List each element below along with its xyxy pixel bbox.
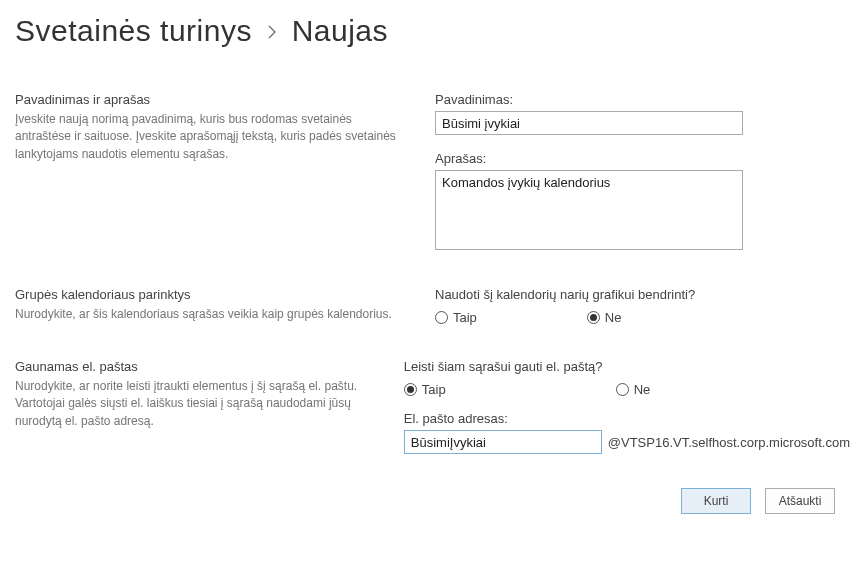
section-group-calendar: Grupės kalendoriaus parinktys Nurodykite…	[15, 287, 850, 325]
group-cal-yes-radio[interactable]	[435, 311, 448, 324]
group-cal-no-radio[interactable]	[587, 311, 600, 324]
section-description: Įveskite naują norimą pavadinimą, kuris …	[15, 111, 405, 163]
page-title: Svetainės turinys Naujas	[15, 14, 850, 48]
group-calendar-question: Naudoti šį kalendorių narių grafikui ben…	[435, 287, 850, 302]
email-address-input[interactable]	[404, 430, 602, 454]
group-cal-yes-option[interactable]: Taip	[435, 310, 477, 325]
section-heading: Gaunamas el. paštas	[15, 359, 374, 374]
email-question: Leisti šiam sąrašui gauti el. paštą?	[404, 359, 850, 374]
email-no-option[interactable]: Ne	[616, 382, 651, 397]
radio-label: Taip	[422, 382, 446, 397]
group-cal-no-option[interactable]: Ne	[587, 310, 622, 325]
section-description: Nurodykite, ar šis kalendoriaus sąrašas …	[15, 306, 405, 323]
title-label: Pavadinimas:	[435, 92, 850, 107]
section-description: Nurodykite, ar norite leisti įtraukti el…	[15, 378, 374, 430]
email-domain-suffix: @VTSP16.VT.selfhost.corp.microsoft.com	[608, 435, 850, 450]
radio-label: Ne	[634, 382, 651, 397]
cancel-button[interactable]: Atšaukti	[765, 488, 835, 514]
chevron-right-icon	[267, 12, 277, 46]
email-yes-radio[interactable]	[404, 383, 417, 396]
create-button[interactable]: Kurti	[681, 488, 751, 514]
email-no-radio[interactable]	[616, 383, 629, 396]
description-textarea[interactable]: Komandos įvykių kalendorius	[435, 170, 743, 250]
section-heading: Pavadinimas ir aprašas	[15, 92, 405, 107]
section-incoming-email: Gaunamas el. paštas Nurodykite, ar norit…	[15, 359, 850, 454]
breadcrumb-part-2: Naujas	[292, 14, 388, 47]
section-name-description: Pavadinimas ir aprašas Įveskite naują no…	[15, 92, 850, 253]
email-yes-option[interactable]: Taip	[404, 382, 446, 397]
description-label: Aprašas:	[435, 151, 850, 166]
section-heading: Grupės kalendoriaus parinktys	[15, 287, 405, 302]
radio-label: Ne	[605, 310, 622, 325]
radio-label: Taip	[453, 310, 477, 325]
breadcrumb-part-1: Svetainės turinys	[15, 14, 252, 47]
email-address-label: El. pašto adresas:	[404, 411, 850, 426]
title-input[interactable]	[435, 111, 743, 135]
